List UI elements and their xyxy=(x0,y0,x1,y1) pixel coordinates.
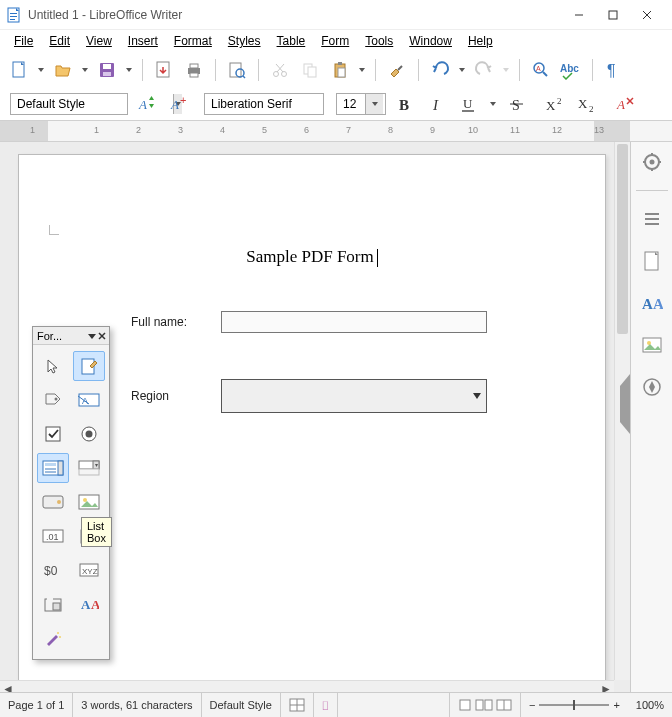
menu-table[interactable]: Table xyxy=(271,32,312,50)
radio-control-button[interactable] xyxy=(73,419,105,449)
redo-button[interactable] xyxy=(471,57,497,83)
menu-help[interactable]: Help xyxy=(462,32,499,50)
save-dropdown[interactable] xyxy=(124,57,134,83)
menu-styles[interactable]: Styles xyxy=(222,32,267,50)
textbox-control-button[interactable]: A xyxy=(73,385,105,415)
status-view-layout[interactable] xyxy=(450,693,521,717)
paste-dropdown[interactable] xyxy=(357,57,367,83)
clone-formatting-button[interactable] xyxy=(384,57,410,83)
design-mode-button[interactable] xyxy=(73,351,105,381)
menu-edit[interactable]: Edit xyxy=(43,32,76,50)
formatting-marks-button[interactable]: ¶ xyxy=(601,57,627,83)
clear-formatting-button[interactable]: A xyxy=(612,91,638,117)
save-button[interactable] xyxy=(94,57,120,83)
superscript-button[interactable]: X2 xyxy=(542,91,568,117)
combobox-control-button[interactable] xyxy=(73,453,105,483)
sidebar-page-icon[interactable] xyxy=(638,247,666,275)
doc-title-text[interactable]: Sample PDF Form xyxy=(19,247,605,267)
print-button[interactable] xyxy=(181,57,207,83)
status-wordcount[interactable]: 3 words, 61 characters xyxy=(73,693,201,717)
menu-form[interactable]: Form xyxy=(315,32,355,50)
zoom-in-icon[interactable]: + xyxy=(613,699,619,711)
svg-point-88 xyxy=(649,160,654,165)
sidebar-gallery-icon[interactable] xyxy=(638,331,666,359)
spellcheck-button[interactable]: Abc xyxy=(558,57,584,83)
currency-field-button[interactable]: $0 xyxy=(37,555,69,585)
sidebar-settings-icon[interactable] xyxy=(638,148,666,176)
listbox-control-button[interactable] xyxy=(37,453,69,483)
region-combobox-control[interactable] xyxy=(221,379,487,413)
push-button-control-button[interactable] xyxy=(37,487,69,517)
paragraph-style-combo[interactable] xyxy=(10,93,128,115)
zoom-out-icon[interactable]: − xyxy=(529,699,535,711)
label-control-button[interactable] xyxy=(37,385,69,415)
new-style-button[interactable]: A+ xyxy=(166,91,192,117)
svg-text:A: A xyxy=(616,97,625,112)
minimize-button[interactable] xyxy=(562,3,596,27)
print-preview-button[interactable] xyxy=(224,57,250,83)
export-pdf-button[interactable] xyxy=(151,57,177,83)
italic-button[interactable]: I xyxy=(424,91,450,117)
underline-dropdown[interactable] xyxy=(488,91,498,117)
menu-insert[interactable]: Insert xyxy=(122,32,164,50)
undo-dropdown[interactable] xyxy=(457,57,467,83)
maximize-button[interactable] xyxy=(596,3,630,27)
undo-button[interactable] xyxy=(427,57,453,83)
status-style[interactable]: Default Style xyxy=(202,693,281,717)
menu-window[interactable]: Window xyxy=(403,32,458,50)
palette-close-icon[interactable] xyxy=(97,331,107,341)
palette-dropdown-icon[interactable] xyxy=(87,331,97,341)
update-style-button[interactable]: A xyxy=(134,91,160,117)
checkbox-control-button[interactable] xyxy=(37,419,69,449)
sidebar-properties-icon[interactable] xyxy=(638,205,666,233)
zoom-slider[interactable]: − + xyxy=(521,699,628,711)
redo-dropdown[interactable] xyxy=(501,57,511,83)
numeric-field-button[interactable]: XYZ xyxy=(73,555,105,585)
font-size-input[interactable] xyxy=(337,94,365,114)
formatted-field-button[interactable]: .01 xyxy=(37,521,69,551)
open-dropdown[interactable] xyxy=(80,57,90,83)
image-button-control-button[interactable] xyxy=(73,487,105,517)
cut-button[interactable] xyxy=(267,57,293,83)
menu-format[interactable]: Format xyxy=(168,32,218,50)
sidebar-styles-icon[interactable]: AA xyxy=(638,289,666,317)
form-controls-palette[interactable]: For... A .01 7 $0 XYZ xyxy=(32,326,110,660)
menu-tools[interactable]: Tools xyxy=(359,32,399,50)
status-zoom[interactable]: 100% xyxy=(628,693,672,717)
svg-rect-81 xyxy=(47,597,53,601)
group-box-button[interactable] xyxy=(37,589,69,619)
status-language[interactable] xyxy=(281,693,314,717)
open-button[interactable] xyxy=(50,57,76,83)
svg-line-21 xyxy=(277,64,284,72)
fullname-textbox-control[interactable] xyxy=(221,311,487,333)
subscript-button[interactable]: X2 xyxy=(574,91,600,117)
font-name-combo[interactable] xyxy=(204,93,324,115)
bold-button[interactable]: B xyxy=(392,91,418,117)
svg-point-85 xyxy=(57,632,59,634)
select-tool-button[interactable] xyxy=(37,351,69,381)
copy-button[interactable] xyxy=(297,57,323,83)
region-label: Region xyxy=(131,389,221,403)
find-replace-button[interactable]: A xyxy=(528,57,554,83)
sidebar-navigator-icon[interactable] xyxy=(638,373,666,401)
vscroll-thumb[interactable] xyxy=(617,144,628,334)
status-signature[interactable] xyxy=(338,693,450,717)
paste-button[interactable] xyxy=(327,57,353,83)
new-dropdown[interactable] xyxy=(36,57,46,83)
font-size-combo[interactable] xyxy=(336,93,386,115)
menu-view[interactable]: View xyxy=(80,32,118,50)
font-size-dropdown[interactable] xyxy=(365,94,383,114)
horizontal-ruler[interactable]: 1 1 2 3 4 5 6 7 8 9 10 11 12 13 xyxy=(0,120,672,142)
pattern-field-button[interactable]: AA xyxy=(73,589,105,619)
palette-titlebar[interactable]: For... xyxy=(33,327,109,345)
svg-rect-1 xyxy=(10,13,17,14)
wizards-toggle-button[interactable] xyxy=(37,623,69,653)
strikethrough-button[interactable]: S xyxy=(504,91,530,117)
status-insert-mode[interactable]: ⌷ xyxy=(314,693,338,717)
document-area[interactable]: Sample PDF Form Full name: Region For... xyxy=(0,142,630,696)
new-button[interactable] xyxy=(6,57,32,83)
underline-button[interactable]: U xyxy=(456,91,482,117)
close-button[interactable] xyxy=(630,3,664,27)
menu-file[interactable]: File xyxy=(8,32,39,50)
status-page[interactable]: Page 1 of 1 xyxy=(0,693,73,717)
